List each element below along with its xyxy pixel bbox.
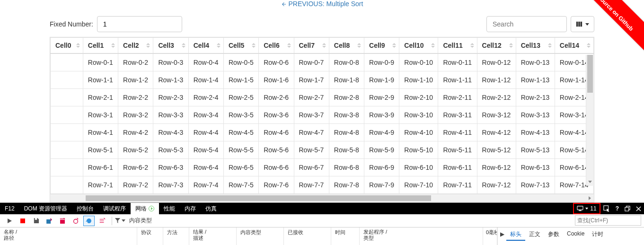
detail-tab-参数[interactable]: 参数	[544, 229, 563, 241]
col-name[interactable]: 名称 /路径	[0, 228, 137, 245]
col-cell11[interactable]: Cell11	[438, 38, 477, 54]
col-cell2[interactable]: Cell2	[118, 38, 153, 54]
devtools-tab-网络[interactable]: 网络	[131, 203, 159, 214]
table-cell: Row-1-12	[477, 71, 516, 88]
col-time[interactable]: 时间	[331, 228, 360, 245]
clear-cache-icon[interactable]	[57, 216, 68, 226]
table-cell: Row-5-4	[188, 141, 223, 158]
table-cell	[51, 123, 83, 141]
table-cell: Row-6-10	[399, 158, 438, 176]
previous-link-text: PREVIOUS: Multiple Sort	[288, 0, 363, 8]
table-row[interactable]: Row-4-1Row-4-2Row-4-3Row-4-4Row-4-5Row-4…	[51, 123, 594, 141]
table-row[interactable]: Row-6-1Row-6-2Row-6-3Row-6-4Row-6-5Row-6…	[51, 158, 594, 176]
col-method[interactable]: 方法	[163, 228, 189, 245]
col-cell10[interactable]: Cell10	[399, 38, 438, 54]
scroll-thumb[interactable]	[587, 55, 593, 93]
table-row[interactable]: Row-1-1Row-1-2Row-1-3Row-1-4Row-1-5Row-1…	[51, 71, 594, 88]
sort-icon	[252, 43, 256, 48]
table-cell: Row-4-2	[118, 123, 153, 141]
scroll-right-icon[interactable]	[586, 194, 594, 202]
devtools-tab-内存[interactable]: 内存	[180, 203, 201, 214]
col-cell1[interactable]: Cell1	[83, 38, 118, 54]
content-type-label: 内容类型	[129, 217, 152, 225]
col-result[interactable]: 结果 /描述	[189, 228, 237, 245]
always-refresh-icon[interactable]	[83, 216, 95, 226]
table-cell: Row-6-2	[118, 158, 153, 176]
table-cell	[51, 176, 83, 193]
save-icon[interactable]	[30, 216, 42, 226]
table-cell: Row-2-3	[153, 88, 188, 106]
scroll-thumb[interactable]	[86, 195, 431, 201]
col-initiator[interactable]: 发起程序 /类型	[360, 228, 483, 245]
scroll-down-icon[interactable]	[586, 178, 594, 186]
table-cell: Row-4-6	[259, 123, 294, 141]
help-button[interactable]: ?	[613, 203, 622, 214]
devtools-search-input[interactable]	[575, 215, 641, 226]
table-cell: Row-7-7	[294, 176, 329, 193]
table-row[interactable]: Row-0-1Row-0-2Row-0-3Row-0-4Row-0-5Row-0…	[51, 53, 594, 71]
col-cell4[interactable]: Cell4	[188, 38, 223, 54]
table-cell: Row-5-12	[477, 141, 516, 158]
table-cell: Row-5-13	[516, 141, 555, 158]
undock-button[interactable]	[622, 203, 633, 214]
detail-tab-Cookie[interactable]: Cookie	[563, 229, 588, 241]
table-cell: Row-4-8	[329, 123, 364, 141]
col-content-type[interactable]: 内容类型	[237, 228, 284, 245]
clear-entries-icon[interactable]	[97, 216, 108, 226]
col-cell9[interactable]: Cell9	[364, 38, 399, 54]
table-cell: Row-0-3	[153, 53, 188, 71]
devtools-tab-性能[interactable]: 性能	[159, 203, 180, 214]
columns-toggle-button[interactable]	[571, 16, 594, 32]
table-row[interactable]: Row-7-1Row-7-2Row-7-3Row-7-4Row-7-5Row-7…	[51, 176, 594, 193]
col-cell3[interactable]: Cell3	[153, 38, 188, 54]
svg-rect-1	[578, 22, 580, 27]
table-cell: Row-0-5	[223, 53, 258, 71]
close-devtools-button[interactable]	[633, 203, 644, 214]
horizontal-scrollbar[interactable]	[50, 194, 594, 202]
col-cell8[interactable]: Cell8	[329, 38, 364, 54]
clear-cookies-icon[interactable]	[70, 216, 81, 226]
play-icon[interactable]	[4, 216, 15, 226]
col-cell13[interactable]: Cell13	[516, 38, 555, 54]
col-received[interactable]: 已接收	[284, 228, 331, 245]
emulation-info-button[interactable]: 11	[573, 203, 600, 214]
col-cell0[interactable]: Cell0	[51, 38, 83, 54]
table-row[interactable]: Row-2-1Row-2-2Row-2-3Row-2-4Row-2-5Row-2…	[51, 88, 594, 106]
table-cell: Row-2-8	[329, 88, 364, 106]
detail-tab-标头[interactable]: 标头	[506, 229, 525, 241]
col-protocol[interactable]: 协议	[137, 228, 163, 245]
table-cell: Row-2-4	[188, 88, 223, 106]
fixed-number-input[interactable]	[97, 16, 182, 32]
detail-tab-正文[interactable]: 正文	[525, 229, 544, 241]
table-cell: Row-4-1	[83, 123, 118, 141]
table-cell: Row-0-11	[438, 53, 477, 71]
select-element-button[interactable]	[600, 203, 613, 214]
detail-tab-计时[interactable]: 计时	[588, 229, 607, 241]
table-cell: Row-3-11	[438, 106, 477, 123]
devtools-tab-控制台[interactable]: 控制台	[72, 203, 98, 214]
stop-record-icon[interactable]	[17, 216, 28, 226]
vertical-scrollbar[interactable]	[586, 55, 594, 186]
col-cell5[interactable]: Cell5	[223, 38, 258, 54]
sort-icon	[587, 43, 591, 48]
table-cell: Row-5-11	[438, 141, 477, 158]
clear-session-icon[interactable]	[44, 216, 55, 226]
col-cell6[interactable]: Cell6	[259, 38, 294, 54]
col-cell12[interactable]: Cell12	[477, 38, 516, 54]
table-cell: Row-2-6	[259, 88, 294, 106]
table-cell: Row-0-12	[477, 53, 516, 71]
table-row[interactable]: Row-3-1Row-3-2Row-3-3Row-3-4Row-3-5Row-3…	[51, 106, 594, 123]
table-row[interactable]: Row-5-1Row-5-2Row-5-3Row-5-4Row-5-5Row-5…	[51, 141, 594, 158]
col-cell7[interactable]: Cell7	[294, 38, 329, 54]
table-cell: Row-7-11	[438, 176, 477, 193]
chevron-right-icon[interactable]: ▶	[498, 228, 506, 241]
search-input[interactable]	[486, 16, 567, 32]
devtools-tab-调试程序[interactable]: 调试程序	[98, 203, 131, 214]
table-cell: Row-5-8	[329, 141, 364, 158]
filter-icon[interactable]	[114, 216, 125, 226]
previous-link[interactable]: PREVIOUS: Multiple Sort	[50, 0, 594, 16]
devtools-tab-仿真[interactable]: 仿真	[201, 203, 221, 214]
table-cell: Row-6-6	[259, 158, 294, 176]
col-cell14[interactable]: Cell14	[555, 38, 593, 54]
devtools-tab-DOM 资源管理器[interactable]: DOM 资源管理器	[19, 203, 72, 214]
